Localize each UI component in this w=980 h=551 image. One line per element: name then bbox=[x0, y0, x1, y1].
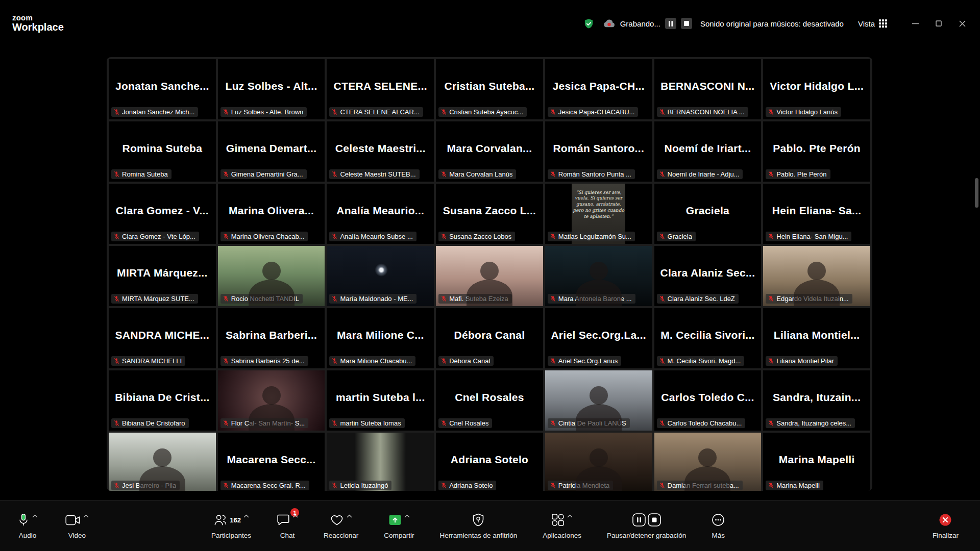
participant-label: Carlos Toledo Chacabu... bbox=[657, 418, 746, 428]
video-button[interactable]: Video bbox=[65, 512, 89, 539]
participant-label: Noemí de Iriarte - Adju... bbox=[657, 169, 743, 179]
participant-label-text: MIRTA Márquez SUTE... bbox=[122, 295, 194, 303]
participant-label-text: Cintia De Paoli LANÚS bbox=[558, 419, 626, 427]
muted-mic-icon bbox=[550, 171, 556, 178]
participant-label: Romina Suteba bbox=[111, 169, 172, 179]
host-tools-button[interactable]: Herramientas de anfitrión bbox=[440, 512, 518, 539]
participant-tile[interactable]: Sabrina Barberi...Sabrina Barberis 25 de… bbox=[218, 308, 325, 368]
chat-button[interactable]: 1 Chat bbox=[277, 512, 298, 539]
end-meeting-button[interactable]: Finalizar bbox=[933, 512, 959, 539]
gallery-scrollbar[interactable] bbox=[975, 178, 978, 208]
participant-tile[interactable]: BERNASCONI N...BERNASCONI NOELIA ... bbox=[654, 59, 762, 119]
close-button[interactable] bbox=[950, 14, 974, 33]
participant-tile[interactable]: martin Suteba l...martin Suteba lomas bbox=[327, 370, 434, 431]
participant-tile[interactable]: Clara Alaniz Sec...Clara Alaniz Sec. Lde… bbox=[654, 246, 762, 306]
participant-tile[interactable]: Mara Antonela Barone ... bbox=[545, 246, 652, 306]
participant-tile[interactable]: Mafi. Suteba Ezeiza bbox=[436, 246, 543, 306]
view-button[interactable]: Vista bbox=[858, 19, 887, 28]
participant-tile[interactable]: Rocio Nochetti TANDIL bbox=[218, 246, 325, 306]
participant-label-text: Mara Antonela Barone ... bbox=[558, 295, 632, 303]
participant-tile[interactable]: Hein Eliana- Sa...Hein Eliana- San Migu.… bbox=[763, 184, 870, 244]
muted-mic-icon bbox=[440, 171, 447, 178]
apps-button[interactable]: Aplicaciones bbox=[543, 512, 581, 539]
participant-tile[interactable]: Flor Cal- San Martín- S... bbox=[218, 370, 325, 431]
chat-label: Chat bbox=[280, 532, 295, 539]
audio-button[interactable]: Audio bbox=[17, 512, 38, 539]
participant-tile[interactable]: Clara Gomez - V...Clara Gomez - Vte Lóp.… bbox=[109, 184, 216, 244]
participant-tile[interactable]: Patricia Mendieta bbox=[545, 433, 652, 491]
participant-tile[interactable]: Noemí de Iriart...Noemí de Iriarte - Adj… bbox=[654, 121, 762, 182]
participant-tile[interactable]: Liliana Montiel...Liliana Montiel Pilar bbox=[763, 308, 870, 368]
participant-tile[interactable]: Ariel Sec.Org.La...Ariel Sec.Org.Lanus bbox=[545, 308, 652, 368]
share-button[interactable]: Compartir bbox=[384, 512, 414, 539]
chat-chevron-up-icon[interactable] bbox=[292, 514, 298, 518]
participant-tile[interactable]: SANDRA MICHE...SANDRA MICHELLI bbox=[109, 308, 216, 368]
participant-tile[interactable]: Gimena Demart...Gimena Demartini Gra... bbox=[218, 121, 325, 182]
participant-label-text: Romina Suteba bbox=[122, 170, 168, 178]
participant-tile[interactable]: Analía Meaurio...Analía Meaurio Subse ..… bbox=[327, 184, 434, 244]
participant-tile[interactable]: Cintia De Paoli LANÚS bbox=[545, 370, 652, 431]
participant-tile[interactable]: Cnel RosalesCnel Rosales bbox=[436, 370, 543, 431]
muted-mic-icon bbox=[550, 233, 556, 240]
participant-tile[interactable]: Mara Corvalan...Mara Corvalan Lanús bbox=[436, 121, 543, 182]
participant-tile[interactable]: Romina SutebaRomina Suteba bbox=[109, 121, 216, 182]
apps-chevron-up-icon[interactable] bbox=[567, 514, 573, 518]
participant-tile[interactable]: Sandra, Ituzain...Sandra, Ituzaingó cele… bbox=[763, 370, 870, 431]
host-tools-label: Herramientas de anfitrión bbox=[440, 532, 518, 539]
participant-tile[interactable]: Luz Solbes - Alt...Luz Solbes - Alte. Br… bbox=[218, 59, 325, 119]
more-button[interactable]: Más bbox=[712, 512, 725, 539]
participant-tile[interactable]: Leticia Ituzaingó bbox=[327, 433, 434, 491]
participant-label: Clara Gomez - Vte Lóp... bbox=[111, 232, 199, 241]
toolbar: Audio Video 162 bbox=[0, 500, 980, 551]
participants-button[interactable]: 162 Participantes bbox=[211, 512, 251, 539]
react-chevron-up-icon[interactable] bbox=[347, 514, 352, 518]
participant-label-text: Luz Solbes - Alte. Brown bbox=[231, 108, 304, 116]
participant-tile[interactable]: Victor Hidalgo L...Victor Hidalgo Lanús bbox=[763, 59, 870, 119]
participant-tile[interactable]: Jesi Barreiro - Pila bbox=[109, 433, 216, 491]
muted-mic-icon bbox=[659, 420, 666, 427]
participant-tile[interactable]: Marina Olivera...Marina Olivera Chacab..… bbox=[218, 184, 325, 244]
stop-recording-button[interactable] bbox=[681, 18, 692, 29]
participant-tile[interactable]: “Si quieres ser ave, vuela. Si quieres s… bbox=[545, 184, 652, 244]
participant-tile[interactable]: Carlos Toledo C...Carlos Toledo Chacabu.… bbox=[654, 370, 762, 431]
participant-tile[interactable]: Celeste Maestri...Celeste Maestri SUTEB.… bbox=[327, 121, 434, 182]
participant-label: Bibiana De Cristofaro bbox=[111, 418, 189, 428]
participant-tile[interactable]: MIRTA Márquez...MIRTA Márquez SUTE... bbox=[109, 246, 216, 306]
participant-tile[interactable]: Jonatan Sanche...Jonatan Sanchez Mich... bbox=[109, 59, 216, 119]
participants-chevron-up-icon[interactable] bbox=[243, 514, 249, 518]
participant-tile[interactable]: Susana Zacco L...Susana Zacco Lobos bbox=[436, 184, 543, 244]
minimize-button[interactable] bbox=[903, 14, 927, 33]
participant-tile[interactable]: M. Cecilia Sivori...M. Cecilia Sivori. M… bbox=[654, 308, 762, 368]
video-chevron-up-icon[interactable] bbox=[83, 514, 89, 518]
record-control-button[interactable]: Pausar/detener grabación bbox=[607, 512, 686, 539]
participant-label-text: Clara Gomez - Vte Lóp... bbox=[122, 233, 195, 240]
participant-tile[interactable]: María Maldonado - ME... bbox=[327, 246, 434, 306]
participant-tile[interactable]: Mara Milione C...Mara Milione Chacabu... bbox=[327, 308, 434, 368]
window-controls bbox=[903, 14, 974, 33]
participant-tile[interactable]: Damian Ferrari suteba... bbox=[654, 433, 762, 491]
security-shield-icon[interactable] bbox=[583, 18, 595, 30]
participant-tile[interactable]: Jesica Papa-CH...Jesica Papa-CHACABU... bbox=[545, 59, 652, 119]
participant-label: Luz Solbes - Alte. Brown bbox=[220, 107, 307, 117]
audio-chevron-up-icon[interactable] bbox=[32, 514, 38, 518]
participant-label: Mafi. Suteba Ezeiza bbox=[438, 294, 512, 304]
participant-tile[interactable]: Débora CanalDébora Canal bbox=[436, 308, 543, 368]
muted-mic-icon bbox=[550, 358, 556, 364]
participant-tile[interactable]: Cristian Suteba...Cristian Suteba Ayacuc… bbox=[436, 59, 543, 119]
participant-tile[interactable]: Marina MapelliMarina Mapelli bbox=[763, 433, 870, 491]
participant-label: MIRTA Márquez SUTE... bbox=[111, 294, 198, 304]
participant-tile[interactable]: Bibiana De Crist...Bibiana De Cristofaro bbox=[109, 370, 216, 431]
muted-mic-icon bbox=[768, 358, 774, 364]
participant-tile[interactable]: Román Santoro...Román Santoro Punta ... bbox=[545, 121, 652, 182]
participant-tile[interactable]: Adriana SoteloAdriana Sotelo bbox=[436, 433, 543, 491]
participant-label-text: Cnel Rosales bbox=[449, 419, 488, 427]
participant-tile[interactable]: Edgardo Videla Ituzain... bbox=[763, 246, 870, 306]
participant-tile[interactable]: GracielaGraciela bbox=[654, 184, 762, 244]
pause-recording-button[interactable] bbox=[665, 18, 676, 29]
participant-tile[interactable]: Pablo. Pte PerónPablo. Pte Perón bbox=[763, 121, 870, 182]
maximize-button[interactable] bbox=[927, 14, 950, 33]
participant-tile[interactable]: CTERA SELENE...CTERA SELENE ALCAR... bbox=[327, 59, 434, 119]
share-chevron-up-icon[interactable] bbox=[404, 514, 410, 518]
participant-tile[interactable]: Macarena Secc...Macarena Secc Gral. R... bbox=[218, 433, 325, 491]
react-button[interactable]: Reaccionar bbox=[324, 512, 358, 539]
